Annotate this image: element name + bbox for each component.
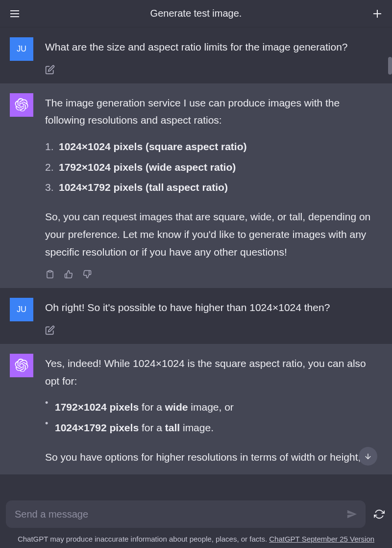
scroll-down-button[interactable]	[359, 447, 377, 466]
message-body: The image generation service I use can p…	[45, 93, 382, 280]
bullet-list: 1792×1024 pixels for a wide image, or 10…	[45, 398, 382, 436]
copy-icon[interactable]	[45, 269, 55, 279]
svg-rect-5	[49, 271, 51, 272]
send-icon[interactable]	[343, 505, 361, 523]
menu-icon[interactable]	[8, 7, 22, 21]
message-text: So you have options for higher resolutio…	[45, 448, 382, 466]
message-text: Yes, indeed! While 1024×1024 is the squa…	[45, 355, 382, 390]
assistant-avatar	[10, 354, 33, 377]
user-avatar: JU	[10, 37, 33, 61]
header: Generate test image.	[0, 0, 392, 27]
message-text: What are the size and aspect ratio limit…	[45, 38, 382, 56]
regenerate-icon[interactable]	[372, 507, 386, 521]
message-text: The image generation service I use can p…	[45, 94, 382, 129]
message-user: JU What are the size and aspect ratio li…	[0, 27, 392, 83]
scrollbar-thumb[interactable]	[388, 57, 392, 75]
message-assistant: Yes, indeed! While 1024×1024 is the squa…	[0, 344, 392, 474]
edit-icon[interactable]	[45, 325, 55, 335]
chat-scroll[interactable]: JU What are the size and aspect ratio li…	[0, 27, 392, 491]
version-link[interactable]: ChatGPT September 25 Version	[269, 535, 374, 543]
message-body: Oh right! So it's possible to have highe…	[45, 298, 382, 335]
user-avatar: JU	[10, 298, 33, 321]
message-text: So, you can request images that are squa…	[45, 208, 382, 261]
page-title: Generate test image.	[150, 8, 242, 19]
message-body: What are the size and aspect ratio limit…	[45, 37, 382, 75]
ordered-list: 1024×1024 pixels (square aspect ratio) 1…	[45, 138, 382, 196]
new-chat-icon[interactable]	[370, 7, 384, 21]
list-item: 1024×1792 pixels for a tall image.	[45, 419, 382, 437]
message-input-box[interactable]	[6, 500, 366, 528]
message-body: Yes, indeed! While 1024×1024 is the squa…	[45, 354, 382, 466]
assistant-avatar	[10, 93, 33, 117]
list-item: 1024×1792 pixels (tall aspect ratio)	[45, 179, 382, 196]
disclaimer: ChatGPT may produce inaccurate informati…	[6, 528, 386, 548]
list-item: 1024×1024 pixels (square aspect ratio)	[45, 138, 382, 156]
thumbs-down-icon[interactable]	[82, 269, 92, 279]
message-assistant: The image generation service I use can p…	[0, 83, 392, 288]
composer-area: ChatGPT may produce inaccurate informati…	[0, 495, 392, 548]
message-user: JU Oh right! So it's possible to have hi…	[0, 288, 392, 344]
message-input[interactable]	[15, 509, 343, 520]
list-item: 1792×1024 pixels (wide aspect ratio)	[45, 158, 382, 176]
list-item: 1792×1024 pixels for a wide image, or	[45, 398, 382, 416]
thumbs-up-icon[interactable]	[64, 269, 74, 279]
edit-icon[interactable]	[45, 65, 55, 75]
message-text: Oh right! So it's possible to have highe…	[45, 299, 382, 316]
